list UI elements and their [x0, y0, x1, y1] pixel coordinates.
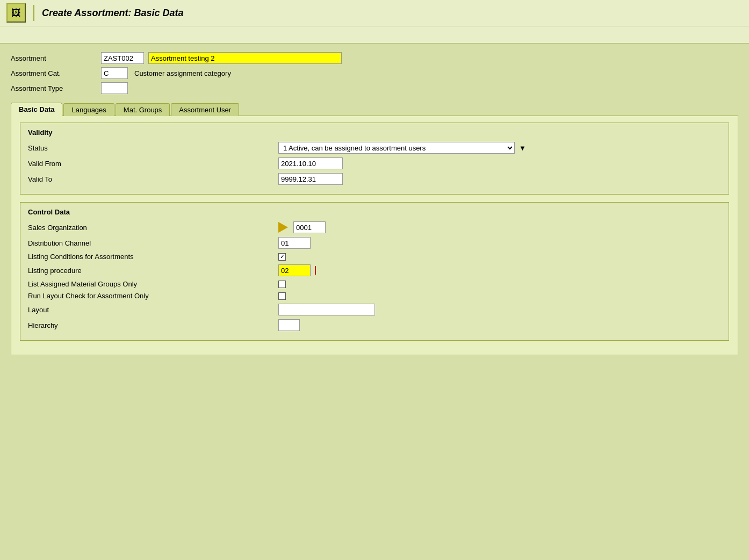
main-content: Assortment Assortment Cat. Customer assi…: [0, 44, 749, 364]
valid-from-input[interactable]: [278, 157, 343, 169]
assortment-code-input[interactable]: [101, 52, 144, 64]
status-select[interactable]: 1 Active, can be assigned to assortment …: [278, 142, 515, 154]
tab-content: Validity Status 1 Active, can be assigne…: [11, 116, 738, 355]
listing-cond-row: Listing Conditions for Assortments ✓: [28, 253, 721, 261]
valid-to-label: Valid To: [28, 175, 275, 183]
valid-to-input[interactable]: [278, 173, 343, 185]
tab-assortment-user-label: Assortment User: [179, 106, 231, 114]
run-layout-label: Run Layout Check for Assortment Only: [28, 292, 275, 300]
assortment-type-input[interactable]: [101, 82, 128, 94]
valid-from-label: Valid From: [28, 160, 275, 168]
control-data-section: Control Data Sales Organization Distribu…: [20, 202, 729, 341]
tab-assortment-user[interactable]: Assortment User: [171, 103, 239, 116]
validity-title: Validity: [28, 128, 721, 137]
run-layout-checkbox[interactable]: [278, 292, 286, 300]
assortment-label: Assortment: [11, 54, 97, 62]
sales-org-row: Sales Organization: [28, 221, 721, 233]
assortment-cat-input[interactable]: [101, 67, 128, 79]
assortment-name-input[interactable]: [148, 52, 342, 64]
layout-row: Layout: [28, 304, 721, 315]
listing-proc-row: Listing procedure: [28, 264, 721, 276]
assortment-cat-label: Assortment Cat.: [11, 69, 97, 77]
listing-cond-label: Listing Conditions for Assortments: [28, 253, 275, 261]
tab-basic-data-label: Basic Data: [19, 105, 54, 113]
dropdown-icon: ▼: [519, 144, 526, 152]
assortment-type-row: Assortment Type: [11, 82, 738, 94]
hierarchy-row: Hierarchy: [28, 319, 721, 331]
layout-label: Layout: [28, 306, 275, 314]
header-divider: [33, 5, 34, 21]
tab-languages[interactable]: Languages: [63, 103, 114, 116]
status-row: Status 1 Active, can be assigned to asso…: [28, 142, 721, 154]
app-icon: 🖼: [6, 3, 26, 23]
assortment-type-label: Assortment Type: [11, 84, 97, 92]
assortment-cat-text: Customer assignment category: [134, 69, 231, 77]
validity-section: Validity Status 1 Active, can be assigne…: [20, 123, 729, 195]
list-mat-grp-checkbox[interactable]: [278, 281, 286, 288]
valid-to-row: Valid To: [28, 173, 721, 185]
sales-org-pointer-icon: [278, 222, 288, 233]
listing-proc-label: Listing procedure: [28, 267, 275, 275]
app-header: 🖼 Create Assortment: Basic Data: [0, 0, 749, 26]
sales-org-input[interactable]: [293, 221, 326, 233]
hierarchy-label: Hierarchy: [28, 321, 275, 329]
tab-languages-label: Languages: [71, 106, 106, 114]
layout-input[interactable]: [278, 304, 375, 315]
dist-channel-row: Distribution Channel: [28, 237, 721, 249]
status-label: Status: [28, 144, 275, 152]
control-data-title: Control Data: [28, 208, 721, 216]
tab-basic-data[interactable]: Basic Data: [11, 103, 62, 116]
app-icon-symbol: 🖼: [11, 8, 21, 19]
tab-mat-groups-label: Mat. Groups: [124, 106, 162, 114]
tab-mat-groups[interactable]: Mat. Groups: [116, 103, 170, 116]
cursor-indicator: [315, 266, 316, 275]
page-title: Create Assortment: Basic Data: [42, 8, 183, 19]
list-mat-grp-row: List Assigned Material Groups Only: [28, 280, 721, 288]
top-form: Assortment Assortment Cat. Customer assi…: [11, 52, 738, 94]
tabs-container: Basic Data Languages Mat. Groups Assortm…: [11, 103, 738, 116]
list-mat-grp-label: List Assigned Material Groups Only: [28, 280, 275, 288]
valid-from-row: Valid From: [28, 157, 721, 169]
toolbar: [0, 26, 749, 44]
listing-cond-checkbox[interactable]: ✓: [278, 253, 286, 261]
assortment-cat-row: Assortment Cat. Customer assignment cate…: [11, 67, 738, 79]
listing-proc-input[interactable]: [278, 264, 311, 276]
dist-channel-label: Distribution Channel: [28, 239, 275, 247]
hierarchy-input[interactable]: [278, 319, 300, 331]
run-layout-row: Run Layout Check for Assortment Only: [28, 292, 721, 300]
sales-org-label: Sales Organization: [28, 224, 275, 232]
assortment-row: Assortment: [11, 52, 738, 64]
dist-channel-input[interactable]: [278, 237, 311, 249]
